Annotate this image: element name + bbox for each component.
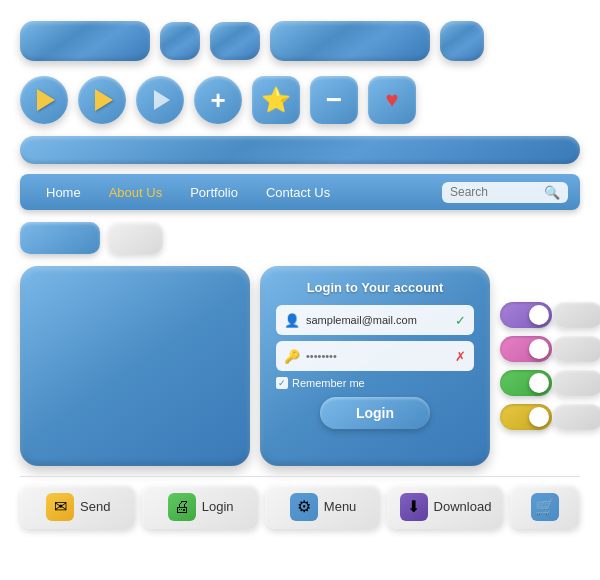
minus-icon: −	[326, 86, 342, 114]
row-icon-buttons: + ⭐ − ♥	[20, 74, 580, 126]
white-button-1[interactable]	[108, 222, 163, 254]
toggle-knob-1	[529, 305, 549, 325]
login-bottom-button[interactable]: 🖨 Login	[142, 485, 258, 529]
gear-icon: ⚙	[290, 493, 318, 521]
bottom-bar: ✉ Send 🖨 Login ⚙ Menu ⬇ Download 🛒	[20, 476, 580, 528]
toggle-row-4	[500, 404, 600, 430]
blue-square-panel	[20, 266, 250, 466]
login-panel: Login to Your account 👤 ✓ 🔑 ✗ ✓ Remember…	[260, 266, 490, 466]
star-icon: ⭐	[261, 86, 291, 114]
small-button-2[interactable]	[440, 21, 484, 61]
small-rect-button-1[interactable]	[20, 222, 100, 254]
nav-contact[interactable]: Contact Us	[252, 185, 344, 200]
small-button-1[interactable]	[160, 22, 200, 60]
med-button-1[interactable]	[210, 22, 260, 60]
email-field-container: 👤 ✓	[276, 305, 474, 335]
wide-button-1[interactable]	[20, 21, 150, 61]
heart-icon: ♥	[385, 87, 398, 113]
password-input[interactable]	[306, 350, 449, 362]
navbar: Home About Us Portfolio Contact Us 🔍	[20, 174, 580, 210]
toggle-white-3[interactable]	[552, 370, 600, 396]
heart-button[interactable]: ♥	[368, 76, 416, 124]
toggle-green[interactable]	[500, 370, 552, 396]
cross-icon: ✗	[455, 349, 466, 364]
menu-label: Menu	[324, 499, 357, 514]
plus-icon: +	[210, 87, 225, 113]
toggle-white-2[interactable]	[552, 336, 600, 362]
login-title: Login to Your account	[307, 280, 444, 295]
row-buttons-top	[20, 18, 580, 64]
password-field-container: 🔑 ✗	[276, 341, 474, 371]
toggle-pink[interactable]	[500, 336, 552, 362]
toggle-knob-3	[529, 373, 549, 393]
toggle-row-2	[500, 336, 600, 362]
nav-search-box[interactable]: 🔍	[442, 182, 568, 203]
toggle-white-1[interactable]	[552, 302, 600, 328]
mail-icon: ✉	[46, 493, 74, 521]
print-icon: 🖨	[168, 493, 196, 521]
play-icon-yellow2	[95, 89, 113, 111]
toggle-knob-4	[529, 407, 549, 427]
play-icon-outline	[154, 90, 170, 110]
send-button[interactable]: ✉ Send	[20, 485, 136, 529]
row-main-panels: Login to Your account 👤 ✓ 🔑 ✗ ✓ Remember…	[20, 266, 580, 466]
long-button-1[interactable]	[270, 21, 430, 61]
remember-checkbox[interactable]: ✓	[276, 377, 288, 389]
toggles-column	[500, 266, 600, 466]
row-progress	[20, 136, 580, 164]
nav-home[interactable]: Home	[32, 185, 95, 200]
cart-button[interactable]: 🛒	[510, 485, 580, 529]
toggle-white-4[interactable]	[552, 404, 600, 430]
download-icon: ⬇	[400, 493, 428, 521]
plus-button[interactable]: +	[194, 76, 242, 124]
email-input[interactable]	[306, 314, 449, 326]
play-button-outline[interactable]	[78, 76, 126, 124]
search-input[interactable]	[450, 185, 540, 199]
download-button[interactable]: ⬇ Download	[387, 485, 503, 529]
menu-button[interactable]: ⚙ Menu	[265, 485, 381, 529]
star-button[interactable]: ⭐	[252, 76, 300, 124]
main-container: + ⭐ − ♥ Home About Us Portfolio Contact …	[0, 0, 600, 580]
check-icon: ✓	[455, 313, 466, 328]
login-button[interactable]: Login	[320, 397, 430, 429]
row-navbar: Home About Us Portfolio Contact Us 🔍	[20, 174, 580, 210]
email-icon: 👤	[284, 313, 300, 328]
play-button-yellow[interactable]	[20, 76, 68, 124]
progress-bar	[20, 136, 580, 164]
minus-button[interactable]: −	[310, 76, 358, 124]
nav-portfolio[interactable]: Portfolio	[176, 185, 252, 200]
send-label: Send	[80, 499, 110, 514]
lock-icon: 🔑	[284, 349, 300, 364]
row-small-buttons	[20, 220, 580, 256]
cart-icon: 🛒	[531, 493, 559, 521]
play-button-outline2[interactable]	[136, 76, 184, 124]
toggle-row-3	[500, 370, 600, 396]
remember-row: ✓ Remember me	[276, 377, 474, 389]
toggle-knob-2	[529, 339, 549, 359]
toggle-row-1	[500, 302, 600, 328]
download-label: Download	[434, 499, 492, 514]
search-icon: 🔍	[544, 185, 560, 200]
login-bottom-label: Login	[202, 499, 234, 514]
nav-about[interactable]: About Us	[95, 185, 176, 200]
toggle-purple[interactable]	[500, 302, 552, 328]
remember-label: Remember me	[292, 377, 365, 389]
play-icon-yellow	[37, 89, 55, 111]
toggle-yellow[interactable]	[500, 404, 552, 430]
